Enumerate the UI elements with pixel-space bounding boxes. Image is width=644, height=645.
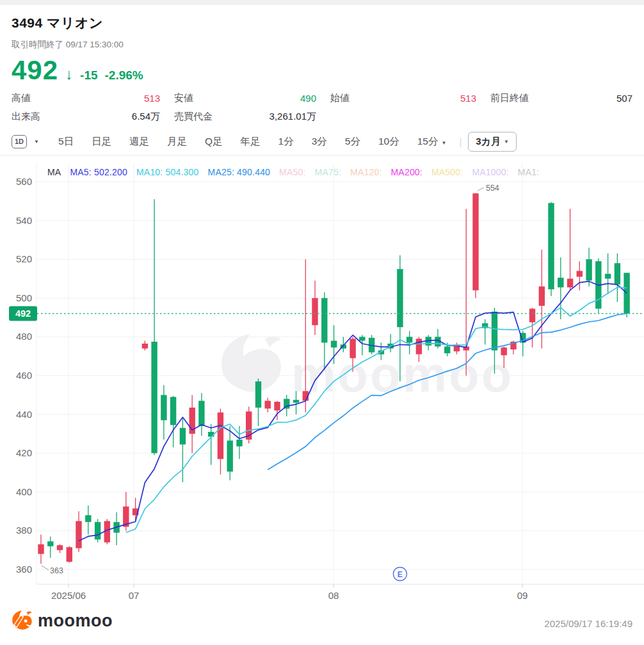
candle[interactable] [170, 396, 176, 447]
y-tick-label: 400 [16, 486, 32, 497]
stat-value: 507 [616, 93, 632, 104]
page-title: 3494 マリオン [12, 14, 103, 32]
candle[interactable] [624, 273, 629, 317]
candle[interactable] [615, 253, 620, 302]
tab-15分[interactable]: 15分▼ [408, 135, 456, 148]
legend-MA[interactable]: MA [47, 167, 61, 177]
candle[interactable] [227, 426, 233, 481]
stat-item: 始値 513 [330, 91, 476, 105]
chart-type-button[interactable]: 1D ▼ [12, 135, 39, 148]
candle[interactable] [236, 426, 242, 459]
candle[interactable] [76, 511, 81, 552]
y-tick-label: 460 [16, 370, 32, 381]
candle[interactable] [208, 424, 214, 465]
tab-日足[interactable]: 日足 [83, 135, 120, 148]
toolbar-divider: | [459, 136, 462, 147]
candle[interactable] [198, 393, 204, 436]
candle[interactable] [218, 409, 223, 475]
chart-toolbar: 1D ▼ 5日日足週足月足Q足年足1分3分5分10分15分▼ | 3カ月 ▼ [12, 131, 517, 152]
annotation-low: 363 [50, 566, 63, 575]
candle[interactable] [38, 535, 44, 564]
tab-Q足[interactable]: Q足 [196, 135, 232, 148]
candle[interactable] [85, 506, 91, 535]
legend-MA500[interactable]: MA500: [431, 167, 463, 177]
y-tick-label: 480 [16, 331, 32, 342]
stat-value: 490 [300, 93, 316, 104]
ma-legend: MAMA5: 502.200MA10: 504.300MA25: 490.440… [47, 167, 539, 177]
candle[interactable] [255, 379, 261, 426]
tab-年足[interactable]: 年足 [232, 135, 270, 148]
candle[interactable] [312, 281, 318, 335]
legend-MA1[interactable]: MA1: [518, 167, 539, 177]
stat-value: 513 [144, 93, 160, 104]
candle[interactable] [133, 498, 138, 521]
x-tick-label: 08 [328, 590, 339, 601]
candle[interactable] [189, 395, 195, 453]
period-select-button[interactable]: 3カ月 ▼ [468, 132, 517, 152]
candle[interactable] [95, 519, 101, 542]
candle[interactable] [595, 259, 601, 314]
candle[interactable] [435, 329, 440, 348]
candle[interactable] [180, 418, 186, 482]
y-tick-label: 560 [16, 176, 32, 187]
price-change-pct: -2.96% [105, 68, 143, 83]
price-change: -15 [80, 68, 97, 83]
tab-月足[interactable]: 月足 [158, 135, 196, 148]
legend-MA5[interactable]: MA5: 502.200 [70, 167, 127, 177]
candle-interval-icon: 1D [12, 135, 27, 148]
x-tick-label: 09 [517, 590, 528, 601]
brand-wordmark: moomoo [38, 611, 113, 631]
candle[interactable] [567, 209, 573, 290]
tab-10分[interactable]: 10分 [369, 135, 408, 148]
candle[interactable] [151, 199, 157, 455]
candle[interactable] [67, 546, 72, 563]
stat-label: 安値 [174, 92, 193, 104]
tab-strip: 5日日足週足月足Q足年足1分3分5分10分15分▼ [49, 135, 455, 148]
legend-MA120[interactable]: MA120: [350, 167, 382, 177]
stat-label: 売買代金 [174, 111, 213, 123]
session-status: 取引時間終了 09/17 15:30:00 [12, 39, 124, 51]
stat-label: 出来高 [12, 111, 40, 123]
candle[interactable] [265, 398, 271, 413]
stat-label: 始値 [330, 92, 350, 104]
candle[interactable] [47, 537, 53, 558]
y-tick-label: 440 [16, 409, 32, 420]
candle[interactable] [472, 193, 478, 298]
top-strip [0, 0, 644, 5]
candle[interactable] [246, 407, 252, 444]
legend-MA200[interactable]: MA200: [391, 167, 423, 177]
down-arrow-icon: ↓ [65, 65, 73, 83]
chevron-down-icon: ▼ [441, 140, 446, 146]
tab-5分[interactable]: 5分 [336, 135, 369, 148]
stock-detail-page: 3494 マリオン 取引時間終了 09/17 15:30:00 492 ↓ -1… [0, 0, 644, 645]
stat-item: 前日終値 507 [490, 91, 632, 105]
chevron-down-icon: ▼ [34, 139, 39, 145]
legend-MA50[interactable]: MA50: [279, 167, 305, 177]
legend-MA1000[interactable]: MA1000: [472, 167, 508, 177]
tab-週足[interactable]: 週足 [120, 135, 158, 148]
stat-value: 6.54万 [132, 111, 160, 123]
candle[interactable] [482, 319, 488, 344]
candlestick-chart[interactable]: 5605405205004804604404204003803602025/06… [0, 155, 644, 605]
stat-value: 3,261.01万 [270, 111, 316, 123]
x-tick-label: 07 [129, 590, 140, 601]
y-tick-label: 360 [16, 564, 32, 575]
legend-MA10[interactable]: MA10: 504.300 [136, 167, 199, 177]
y-tick-label: 520 [16, 253, 32, 264]
candle[interactable] [548, 202, 554, 296]
stat-item: 売買代金 3,261.01万 [174, 109, 316, 123]
candle[interactable] [586, 248, 592, 287]
legend-MA25[interactable]: MA25: 490.440 [208, 167, 271, 177]
tab-3分[interactable]: 3分 [303, 135, 336, 148]
period-label: 3カ月 [476, 136, 501, 148]
earnings-marker[interactable]: E [393, 568, 407, 581]
candle[interactable] [161, 385, 166, 440]
candle[interactable] [113, 513, 119, 546]
legend-MA75[interactable]: MA75: [315, 167, 341, 177]
tab-5日[interactable]: 5日 [49, 135, 83, 148]
candle[interactable] [577, 261, 583, 291]
candle[interactable] [142, 341, 148, 351]
tab-1分[interactable]: 1分 [270, 135, 303, 148]
candle[interactable] [57, 545, 63, 553]
snapshot-timestamp: 2025/09/17 16:19:49 [544, 618, 632, 629]
